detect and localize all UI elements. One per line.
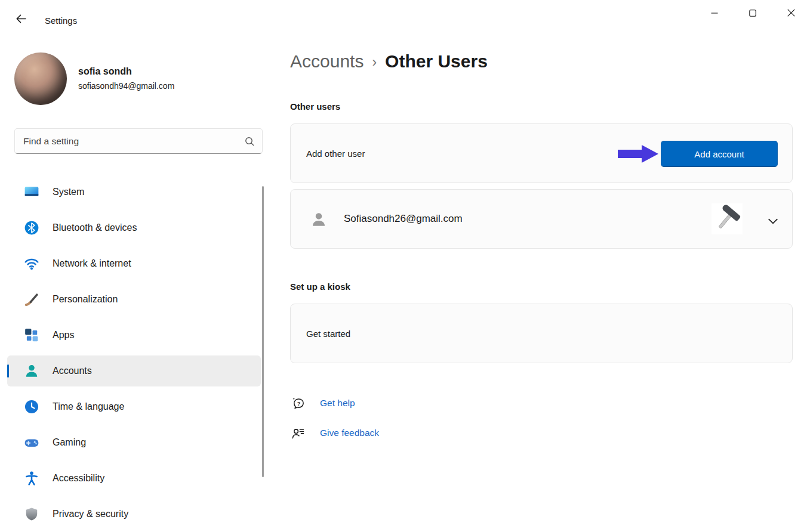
other-account-row[interactable]: Sofiasondh26@gmail.com — [290, 189, 793, 249]
gaming-icon — [24, 435, 39, 450]
add-account-button[interactable]: Add account — [661, 141, 778, 167]
sidebar-item-label: Apps — [53, 330, 74, 341]
window-controls — [695, 0, 810, 27]
hammer-cursor-image — [712, 203, 743, 234]
breadcrumb-accounts[interactable]: Accounts — [290, 51, 364, 72]
sidebar-item-privacy-security[interactable]: Privacy & security — [7, 499, 261, 530]
personalization-icon — [24, 292, 39, 307]
sidebar-item-time-language[interactable]: Time & language — [7, 391, 261, 422]
get-started-label: Get started — [306, 304, 350, 363]
give-feedback-link-row[interactable]: Give feedback — [290, 423, 379, 443]
network-icon — [24, 256, 39, 271]
accounts-icon — [24, 363, 39, 379]
get-help-icon: ? — [290, 397, 306, 410]
kiosk-get-started-row[interactable]: Get started — [290, 304, 793, 363]
sidebar-item-label: Privacy & security — [53, 509, 128, 519]
search-icon — [245, 137, 254, 149]
sidebar-item-personalization[interactable]: Personalization — [7, 284, 261, 315]
close-button[interactable] — [772, 0, 810, 27]
main-content: Accounts › Other Users Other users Add o… — [290, 33, 793, 532]
sidebar-scrollbar[interactable] — [262, 186, 264, 477]
selected-accent-bar — [7, 364, 9, 378]
window-title: Settings — [45, 16, 77, 26]
add-other-user-label: Add other user — [306, 124, 365, 183]
sidebar-item-label: Accounts — [53, 366, 92, 376]
profile-email: sofiasondh94@gmail.com — [78, 81, 174, 91]
user-icon — [310, 211, 328, 231]
sidebar-item-system[interactable]: System — [7, 177, 261, 208]
system-icon — [24, 184, 39, 200]
sidebar-item-label: Accessibility — [53, 473, 104, 484]
kiosk-heading: Set up a kiosk — [290, 282, 350, 292]
close-icon — [787, 9, 795, 18]
settings-window: Settings sofia sondh sofiasondh94@gmai — [0, 0, 810, 532]
svg-text:?: ? — [297, 400, 300, 406]
back-arrow-icon — [16, 14, 26, 26]
bluetooth-icon — [24, 220, 39, 236]
sidebar-item-label: System — [53, 187, 84, 197]
sidebar-item-bluetooth-devices[interactable]: Bluetooth & devices — [7, 212, 261, 243]
sidebar-item-label: Time & language — [53, 401, 124, 412]
feedback-icon — [290, 426, 306, 440]
other-users-heading: Other users — [290, 101, 340, 112]
sidebar-item-label: Personalization — [53, 294, 118, 305]
maximize-button[interactable] — [734, 0, 772, 27]
sidebar-nav: System Bluetooth & devices Network & int… — [0, 177, 275, 532]
annotation-arrow-icon — [618, 143, 660, 165]
minimize-icon — [711, 10, 718, 18]
sidebar-item-label: Network & internet — [53, 258, 131, 269]
sidebar-item-accounts[interactable]: Accounts — [7, 355, 261, 386]
get-help-link-row[interactable]: ? Get help — [290, 394, 355, 413]
time-language-icon — [24, 399, 39, 415]
minimize-button[interactable] — [695, 0, 734, 27]
other-account-email: Sofiasondh26@gmail.com — [344, 190, 463, 248]
apps-icon — [24, 327, 39, 343]
sidebar: sofia sondh sofiasondh94@gmail.com Syste… — [0, 33, 275, 532]
privacy-icon — [24, 506, 39, 522]
chevron-down-icon[interactable] — [768, 216, 778, 227]
page-title: Other Users — [385, 51, 488, 72]
get-help-link[interactable]: Get help — [320, 398, 355, 409]
accessibility-icon — [24, 471, 39, 486]
sidebar-item-label: Bluetooth & devices — [53, 222, 137, 233]
breadcrumb: Accounts › Other Users — [290, 51, 488, 72]
maximize-icon — [749, 10, 756, 18]
profile-name: sofia sondh — [78, 66, 132, 77]
give-feedback-link[interactable]: Give feedback — [320, 428, 379, 438]
breadcrumb-separator-icon: › — [364, 54, 385, 70]
search-input[interactable] — [23, 129, 238, 153]
sidebar-item-gaming[interactable]: Gaming — [7, 427, 261, 458]
add-other-user-card: Add other user Add account — [290, 123, 793, 183]
sidebar-item-accessibility[interactable]: Accessibility — [7, 463, 261, 494]
titlebar: Settings — [0, 0, 810, 33]
search-box — [14, 128, 263, 154]
back-button[interactable] — [10, 10, 32, 30]
sidebar-item-label: Gaming — [53, 437, 86, 448]
sidebar-item-apps[interactable]: Apps — [7, 320, 261, 351]
user-avatar — [14, 52, 67, 105]
sidebar-item-network-internet[interactable]: Network & internet — [7, 248, 261, 279]
